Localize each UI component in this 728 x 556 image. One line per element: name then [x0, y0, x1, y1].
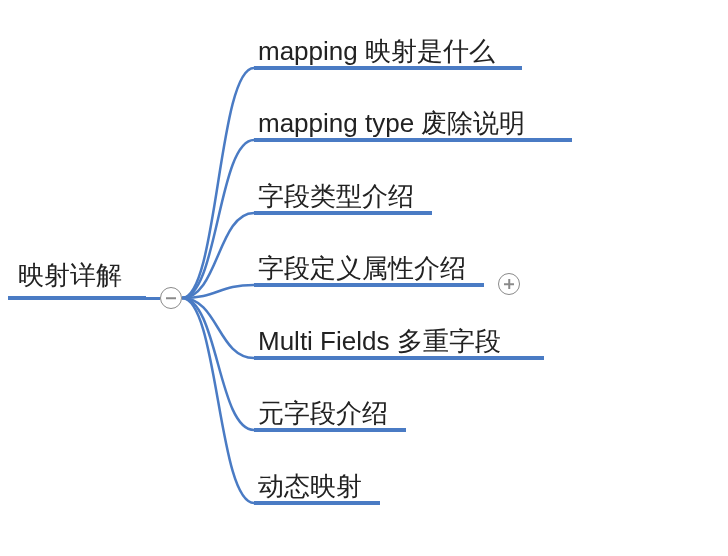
child-node-0[interactable]: mapping 映射是什么 — [258, 34, 495, 69]
child-underline-4 — [254, 356, 544, 360]
root-node[interactable]: 映射详解 — [18, 258, 122, 297]
child-underline-6 — [254, 501, 380, 505]
child-node-3[interactable]: 字段定义属性介绍 — [258, 251, 466, 286]
child-underline-1 — [254, 138, 572, 142]
child-label-6: 动态映射 — [258, 471, 362, 501]
mindmap-canvas: 映射详解 mapping 映射是什么 mapping type 废除说明 字段类… — [0, 0, 728, 556]
child-label-1: mapping type 废除说明 — [258, 108, 525, 138]
child-underline-2 — [254, 211, 432, 215]
root-underline — [8, 296, 146, 300]
child-underline-0 — [254, 66, 522, 70]
root-label: 映射详解 — [18, 260, 122, 290]
child-label-0: mapping 映射是什么 — [258, 36, 495, 66]
collapse-toggle-root[interactable] — [160, 287, 182, 309]
child-label-3: 字段定义属性介绍 — [258, 253, 466, 283]
child-label-4: Multi Fields 多重字段 — [258, 326, 501, 356]
child-underline-5 — [254, 428, 406, 432]
child-label-5: 元字段介绍 — [258, 398, 388, 428]
child-node-5[interactable]: 元字段介绍 — [258, 396, 388, 431]
child-underline-3 — [254, 283, 484, 287]
child-node-1[interactable]: mapping type 废除说明 — [258, 106, 525, 141]
root-stub-line — [146, 297, 160, 300]
child-node-6[interactable]: 动态映射 — [258, 469, 362, 504]
child-node-2[interactable]: 字段类型介绍 — [258, 179, 414, 214]
child-node-4[interactable]: Multi Fields 多重字段 — [258, 324, 501, 359]
child-label-2: 字段类型介绍 — [258, 181, 414, 211]
expand-toggle-child-3[interactable] — [498, 273, 520, 295]
